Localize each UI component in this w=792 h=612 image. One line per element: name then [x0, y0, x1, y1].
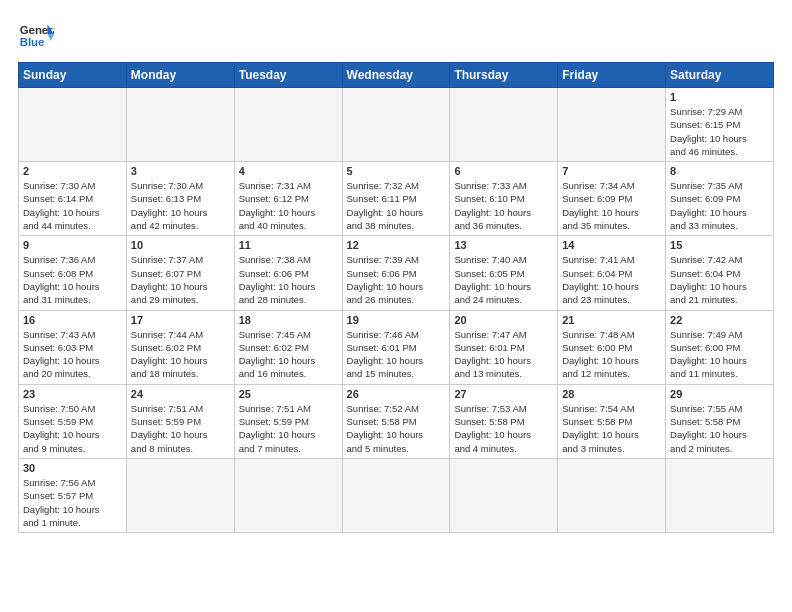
calendar-cell: 9Sunrise: 7:36 AM Sunset: 6:08 PM Daylig…	[19, 236, 127, 310]
logo-icon: General Blue	[18, 18, 54, 54]
day-info: Sunrise: 7:37 AM Sunset: 6:07 PM Dayligh…	[131, 253, 230, 306]
day-info: Sunrise: 7:31 AM Sunset: 6:12 PM Dayligh…	[239, 179, 338, 232]
calendar-cell: 18Sunrise: 7:45 AM Sunset: 6:02 PM Dayli…	[234, 310, 342, 384]
calendar-cell: 23Sunrise: 7:50 AM Sunset: 5:59 PM Dayli…	[19, 384, 127, 458]
calendar-cell: 15Sunrise: 7:42 AM Sunset: 6:04 PM Dayli…	[666, 236, 774, 310]
day-info: Sunrise: 7:45 AM Sunset: 6:02 PM Dayligh…	[239, 328, 338, 381]
day-number: 1	[670, 91, 769, 103]
day-number: 25	[239, 388, 338, 400]
day-info: Sunrise: 7:49 AM Sunset: 6:00 PM Dayligh…	[670, 328, 769, 381]
calendar-week-row: 9Sunrise: 7:36 AM Sunset: 6:08 PM Daylig…	[19, 236, 774, 310]
weekday-header-thursday: Thursday	[450, 63, 558, 88]
calendar-cell: 11Sunrise: 7:38 AM Sunset: 6:06 PM Dayli…	[234, 236, 342, 310]
day-info: Sunrise: 7:46 AM Sunset: 6:01 PM Dayligh…	[347, 328, 446, 381]
day-number: 14	[562, 239, 661, 251]
day-number: 27	[454, 388, 553, 400]
calendar-cell: 8Sunrise: 7:35 AM Sunset: 6:09 PM Daylig…	[666, 162, 774, 236]
calendar-cell	[234, 458, 342, 532]
calendar-cell	[558, 458, 666, 532]
day-number: 12	[347, 239, 446, 251]
svg-text:Blue: Blue	[20, 36, 45, 48]
calendar-cell: 25Sunrise: 7:51 AM Sunset: 5:59 PM Dayli…	[234, 384, 342, 458]
day-info: Sunrise: 7:51 AM Sunset: 5:59 PM Dayligh…	[131, 402, 230, 455]
day-info: Sunrise: 7:47 AM Sunset: 6:01 PM Dayligh…	[454, 328, 553, 381]
day-info: Sunrise: 7:43 AM Sunset: 6:03 PM Dayligh…	[23, 328, 122, 381]
calendar-cell	[666, 458, 774, 532]
calendar-cell: 2Sunrise: 7:30 AM Sunset: 6:14 PM Daylig…	[19, 162, 127, 236]
calendar-cell: 19Sunrise: 7:46 AM Sunset: 6:01 PM Dayli…	[342, 310, 450, 384]
day-number: 7	[562, 165, 661, 177]
weekday-header-wednesday: Wednesday	[342, 63, 450, 88]
weekday-header-saturday: Saturday	[666, 63, 774, 88]
day-info: Sunrise: 7:30 AM Sunset: 6:13 PM Dayligh…	[131, 179, 230, 232]
logo: General Blue	[18, 18, 54, 54]
day-number: 2	[23, 165, 122, 177]
calendar-cell: 21Sunrise: 7:48 AM Sunset: 6:00 PM Dayli…	[558, 310, 666, 384]
svg-marker-3	[47, 34, 54, 41]
calendar-cell: 7Sunrise: 7:34 AM Sunset: 6:09 PM Daylig…	[558, 162, 666, 236]
day-number: 19	[347, 314, 446, 326]
day-info: Sunrise: 7:39 AM Sunset: 6:06 PM Dayligh…	[347, 253, 446, 306]
weekday-header-sunday: Sunday	[19, 63, 127, 88]
calendar-cell	[450, 88, 558, 162]
weekday-header-tuesday: Tuesday	[234, 63, 342, 88]
day-info: Sunrise: 7:41 AM Sunset: 6:04 PM Dayligh…	[562, 253, 661, 306]
calendar-cell: 16Sunrise: 7:43 AM Sunset: 6:03 PM Dayli…	[19, 310, 127, 384]
day-number: 10	[131, 239, 230, 251]
calendar-cell	[558, 88, 666, 162]
day-number: 30	[23, 462, 122, 474]
calendar-cell	[342, 458, 450, 532]
day-number: 16	[23, 314, 122, 326]
calendar-cell: 6Sunrise: 7:33 AM Sunset: 6:10 PM Daylig…	[450, 162, 558, 236]
day-number: 23	[23, 388, 122, 400]
calendar-cell: 14Sunrise: 7:41 AM Sunset: 6:04 PM Dayli…	[558, 236, 666, 310]
calendar-cell: 28Sunrise: 7:54 AM Sunset: 5:58 PM Dayli…	[558, 384, 666, 458]
day-info: Sunrise: 7:42 AM Sunset: 6:04 PM Dayligh…	[670, 253, 769, 306]
day-info: Sunrise: 7:29 AM Sunset: 6:15 PM Dayligh…	[670, 105, 769, 158]
day-info: Sunrise: 7:40 AM Sunset: 6:05 PM Dayligh…	[454, 253, 553, 306]
calendar-cell: 30Sunrise: 7:56 AM Sunset: 5:57 PM Dayli…	[19, 458, 127, 532]
day-number: 17	[131, 314, 230, 326]
calendar-cell: 3Sunrise: 7:30 AM Sunset: 6:13 PM Daylig…	[126, 162, 234, 236]
day-info: Sunrise: 7:34 AM Sunset: 6:09 PM Dayligh…	[562, 179, 661, 232]
weekday-header-row: SundayMondayTuesdayWednesdayThursdayFrid…	[19, 63, 774, 88]
calendar-cell: 22Sunrise: 7:49 AM Sunset: 6:00 PM Dayli…	[666, 310, 774, 384]
day-number: 22	[670, 314, 769, 326]
day-number: 24	[131, 388, 230, 400]
calendar-cell: 12Sunrise: 7:39 AM Sunset: 6:06 PM Dayli…	[342, 236, 450, 310]
calendar-cell	[19, 88, 127, 162]
calendar-cell: 10Sunrise: 7:37 AM Sunset: 6:07 PM Dayli…	[126, 236, 234, 310]
day-info: Sunrise: 7:51 AM Sunset: 5:59 PM Dayligh…	[239, 402, 338, 455]
calendar-cell: 20Sunrise: 7:47 AM Sunset: 6:01 PM Dayli…	[450, 310, 558, 384]
day-number: 21	[562, 314, 661, 326]
calendar-cell: 29Sunrise: 7:55 AM Sunset: 5:58 PM Dayli…	[666, 384, 774, 458]
weekday-header-friday: Friday	[558, 63, 666, 88]
day-number: 13	[454, 239, 553, 251]
day-info: Sunrise: 7:53 AM Sunset: 5:58 PM Dayligh…	[454, 402, 553, 455]
day-number: 26	[347, 388, 446, 400]
calendar-cell	[234, 88, 342, 162]
day-info: Sunrise: 7:54 AM Sunset: 5:58 PM Dayligh…	[562, 402, 661, 455]
calendar-cell	[342, 88, 450, 162]
calendar-cell: 26Sunrise: 7:52 AM Sunset: 5:58 PM Dayli…	[342, 384, 450, 458]
calendar-cell: 24Sunrise: 7:51 AM Sunset: 5:59 PM Dayli…	[126, 384, 234, 458]
calendar-cell: 1Sunrise: 7:29 AM Sunset: 6:15 PM Daylig…	[666, 88, 774, 162]
calendar-cell: 13Sunrise: 7:40 AM Sunset: 6:05 PM Dayli…	[450, 236, 558, 310]
page: General Blue SundayMondayTuesdayWednesda…	[0, 0, 792, 612]
header: General Blue	[18, 18, 774, 54]
calendar-cell	[126, 458, 234, 532]
day-info: Sunrise: 7:50 AM Sunset: 5:59 PM Dayligh…	[23, 402, 122, 455]
calendar-week-row: 30Sunrise: 7:56 AM Sunset: 5:57 PM Dayli…	[19, 458, 774, 532]
day-number: 9	[23, 239, 122, 251]
day-info: Sunrise: 7:55 AM Sunset: 5:58 PM Dayligh…	[670, 402, 769, 455]
day-info: Sunrise: 7:52 AM Sunset: 5:58 PM Dayligh…	[347, 402, 446, 455]
weekday-header-monday: Monday	[126, 63, 234, 88]
day-info: Sunrise: 7:33 AM Sunset: 6:10 PM Dayligh…	[454, 179, 553, 232]
day-info: Sunrise: 7:30 AM Sunset: 6:14 PM Dayligh…	[23, 179, 122, 232]
day-number: 28	[562, 388, 661, 400]
calendar-cell: 5Sunrise: 7:32 AM Sunset: 6:11 PM Daylig…	[342, 162, 450, 236]
day-number: 11	[239, 239, 338, 251]
day-info: Sunrise: 7:48 AM Sunset: 6:00 PM Dayligh…	[562, 328, 661, 381]
day-info: Sunrise: 7:36 AM Sunset: 6:08 PM Dayligh…	[23, 253, 122, 306]
calendar-cell: 17Sunrise: 7:44 AM Sunset: 6:02 PM Dayli…	[126, 310, 234, 384]
